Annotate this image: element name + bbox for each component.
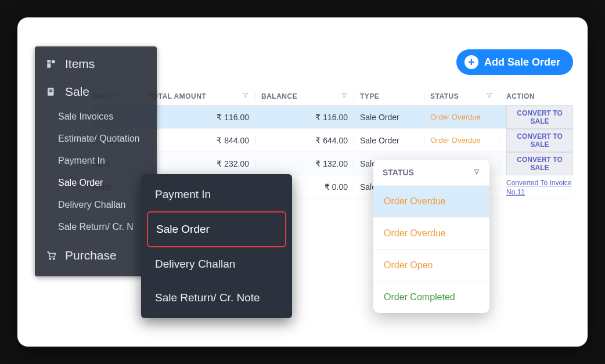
- sidebar-sub-item[interactable]: Estimate/ Quotation: [35, 128, 157, 150]
- filter-icon[interactable]: [473, 168, 480, 177]
- col-balance-label: BALANCE: [261, 92, 297, 100]
- col-total-amount-label: TOTAL AMOUNT: [148, 92, 206, 100]
- svg-rect-5: [49, 91, 52, 92]
- svg-point-6: [49, 258, 51, 260]
- cell-total: ₹ 844.00: [148, 136, 255, 145]
- col-status: STATUS: [424, 92, 499, 100]
- cell-type: Sale Order: [354, 136, 424, 145]
- popover-title: STATUS: [383, 168, 414, 177]
- converted-invoice-link[interactable]: Converted To Invoice No.11: [506, 179, 572, 196]
- status-option[interactable]: Order Open: [373, 249, 489, 281]
- cell-action: CONVERT TO SALE: [499, 129, 573, 152]
- status-option[interactable]: Order Overdue: [373, 185, 489, 217]
- sidebar-item-purchase[interactable]: Purchase: [35, 242, 157, 269]
- items-icon: [45, 58, 57, 70]
- sidebar-item-label: Purchase: [65, 248, 117, 262]
- cell-total: ₹ 116.00: [148, 113, 255, 122]
- svg-rect-1: [47, 63, 51, 68]
- sidebar-sub-item[interactable]: Delivery Challan: [35, 194, 157, 216]
- filter-icon[interactable]: [486, 92, 493, 100]
- sidebar-sub-item[interactable]: Sale Invoices: [35, 106, 157, 128]
- cell-total: ₹ 232.00: [148, 159, 255, 168]
- cell-status: Order Overdue: [424, 113, 499, 121]
- flyout-item[interactable]: Sale Return/ Cr. Note: [147, 281, 286, 315]
- sidebar-item-sale[interactable]: Sale: [35, 78, 157, 106]
- cell-action: Converted To Invoice No.11: [499, 178, 573, 196]
- cell-status: Order Overdue: [424, 136, 499, 145]
- sidebar-sub-item[interactable]: Sale Return/ Cr. N: [35, 216, 157, 238]
- sale-icon: [45, 86, 57, 98]
- convert-to-sale-button[interactable]: CONVERT TO SALE: [506, 152, 573, 175]
- sidebar-sub-item[interactable]: Sale Order: [35, 172, 157, 194]
- add-sale-order-button[interactable]: Add Sale Order: [456, 49, 573, 75]
- cell-balance: ₹ 116.00: [255, 113, 354, 122]
- status-option[interactable]: Order Overdue: [373, 217, 489, 249]
- filter-icon[interactable]: [341, 92, 348, 100]
- svg-point-7: [53, 258, 55, 260]
- col-status-label: STATUS: [430, 92, 459, 100]
- flyout-item[interactable]: Payment In: [147, 178, 286, 211]
- status-filter-popover: STATUS Order OverdueOrder OverdueOrder O…: [373, 160, 489, 313]
- sidebar-item-items[interactable]: Items: [35, 50, 157, 78]
- status-option[interactable]: Order Completed: [373, 281, 489, 313]
- sidebar-sub-item[interactable]: Payment In: [35, 150, 157, 172]
- cell-balance: ₹ 132.00: [255, 159, 354, 168]
- cell-action: CONVERT TO SALE: [499, 106, 573, 129]
- flyout-item[interactable]: Delivery Challan: [147, 247, 286, 281]
- convert-to-sale-button[interactable]: CONVERT TO SALE: [506, 106, 573, 129]
- cell-action: CONVERT TO SALE: [499, 152, 573, 175]
- topbar: Add Sale Order: [456, 49, 573, 75]
- col-action: ACTION: [499, 92, 573, 100]
- cell-type: Sale Order: [354, 113, 424, 122]
- table-row[interactable]: Koushik₹ 844.00₹ 644.00Sale OrderOrder O…: [93, 129, 573, 152]
- app-card: Add Sale Order PARTY TOTAL AMOUNT BALANC…: [17, 17, 588, 347]
- cart-icon: [45, 250, 57, 261]
- plus-circle-icon: [464, 55, 478, 69]
- sale-flyout-menu: Payment InSale OrderDelivery ChallanSale…: [141, 174, 292, 318]
- sidebar: Items Sale Sale InvoicesEstimate/ Quotat…: [35, 46, 157, 276]
- svg-point-2: [52, 60, 55, 63]
- svg-rect-4: [49, 89, 52, 91]
- col-type: TYPE: [354, 92, 424, 100]
- table-row[interactable]: Ravi₹ 116.00₹ 116.00Sale OrderOrder Over…: [93, 106, 573, 129]
- cell-balance: ₹ 644.00: [255, 136, 354, 145]
- flyout-item[interactable]: Sale Order: [147, 211, 286, 247]
- popover-header: STATUS: [373, 160, 489, 185]
- filter-icon[interactable]: [242, 92, 249, 100]
- convert-to-sale-button[interactable]: CONVERT TO SALE: [506, 129, 573, 152]
- add-button-label: Add Sale Order: [484, 56, 560, 69]
- sidebar-item-label: Items: [65, 57, 95, 71]
- table-row[interactable]: Ravi₹ 232.00₹ 132.00Sale OrderOrder Open…: [93, 152, 573, 175]
- svg-rect-0: [47, 60, 51, 63]
- sidebar-item-label: Sale: [65, 85, 89, 99]
- col-total-amount: TOTAL AMOUNT: [148, 92, 255, 100]
- col-balance: BALANCE: [255, 92, 354, 100]
- table-header: PARTY TOTAL AMOUNT BALANCE TYPE STATUS A…: [93, 92, 573, 106]
